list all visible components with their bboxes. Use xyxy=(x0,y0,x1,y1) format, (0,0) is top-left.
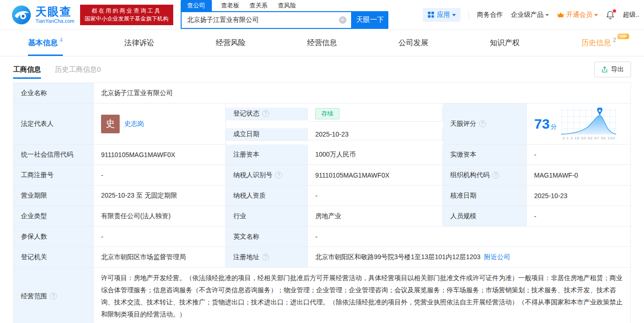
notification-dot xyxy=(613,9,616,13)
help-icon[interactable]: ? xyxy=(50,293,57,300)
label-legal-rep: 法定代表人 xyxy=(14,103,94,144)
slogan-line2: 国家中小企业发展子基金旗下机构 xyxy=(85,15,169,23)
tab-search-relation[interactable]: 查关系 xyxy=(249,1,269,11)
tab-intellectual-property[interactable]: 知识产权 xyxy=(490,30,520,56)
export-label: 导出 xyxy=(611,65,624,74)
tab-label: 公司发展 xyxy=(399,38,428,48)
nav-open-vip[interactable]: 开通会员 xyxy=(557,11,598,19)
subtab-label: 历史工商信息0 xyxy=(55,65,101,74)
tab-company-development[interactable]: 公司发展 xyxy=(399,30,428,56)
value-reg-number: - xyxy=(94,165,226,186)
tab-business-info[interactable]: 经营信息 xyxy=(307,30,337,56)
score-chart: 0 1 3 15 50 63 97 99 100 xyxy=(561,108,616,140)
tab-count: 4 xyxy=(60,37,63,43)
value-insured-count: - xyxy=(94,227,226,247)
value-taxpayer-id: 91110105MAG1MAWF0X xyxy=(308,165,443,186)
chevron-down-icon xyxy=(545,14,549,16)
label-reg-number: 工商注册号 xyxy=(14,165,94,186)
nav-enterprise-products[interactable]: 企业级产品 xyxy=(511,11,549,19)
export-icon xyxy=(601,66,608,73)
subtab-history-registration[interactable]: 历史工商信息0 xyxy=(55,56,101,82)
value-approval-date: 2025-10-23 xyxy=(527,186,631,206)
legal-rep-avatar[interactable]: 史 xyxy=(101,115,120,133)
search-box: ✕ xyxy=(181,11,352,29)
label-reg-authority: 登记机关 xyxy=(14,247,94,268)
label-taxpayer-quality: 纳税人资质 xyxy=(226,186,308,206)
tab-operating-risk[interactable]: 经营风险 xyxy=(216,30,245,56)
label-tianyan-score: 天眼评分 ? xyxy=(443,103,527,144)
tab-history-info[interactable]: 历史信息 2 VIP xyxy=(581,30,616,56)
tab-legal-litigation[interactable]: 法律诉讼 xyxy=(124,30,154,56)
logo-subtitle: TianYanCha.com xyxy=(35,18,75,24)
search-input[interactable] xyxy=(182,16,339,24)
nav-business-cooperation[interactable]: 商务合作 xyxy=(477,11,503,19)
label-english-name: 英文名称 xyxy=(226,227,308,247)
help-icon[interactable]: ? xyxy=(479,120,486,127)
tab-label: 经营风险 xyxy=(216,38,245,48)
enterprise-label: 企业级产品 xyxy=(511,11,543,19)
label-company-type: 企业类型 xyxy=(14,206,94,227)
value-english-name: - xyxy=(308,227,631,247)
value-reg-authority: 北京市朝阳区市场监督管理局 xyxy=(94,247,226,268)
top-header: 天眼查 TianYanCha.com 都在用的商业查询工具 国家中小企业发展子基… xyxy=(0,0,644,30)
label-reg-status: 登记状态 ? xyxy=(226,108,308,120)
vip-badge: VIP xyxy=(617,34,629,39)
value-business-scope: 许可项目：房地产开发经营。（依法须经批准的项目，经相关部门批准后方可开展经营活动… xyxy=(94,268,631,323)
open-vip-label: 开通会员 xyxy=(566,11,592,19)
search-button[interactable]: 天眼一下 xyxy=(352,11,388,29)
clear-icon[interactable]: ✕ xyxy=(339,16,346,24)
label-company-name: 企业名称 xyxy=(14,83,94,103)
crown-icon xyxy=(557,12,564,18)
value-taxpayer-quality: - xyxy=(308,186,443,206)
tab-search-risk[interactable]: 查风险 xyxy=(277,1,297,11)
tab-label: 经营信息 xyxy=(307,38,337,48)
tab-basic-info[interactable]: 基本信息 4 xyxy=(28,30,63,56)
tab-label: 历史信息 xyxy=(581,38,611,48)
search-tabs: 查公司 查老板 查关系 查风险 xyxy=(181,1,388,11)
score-number: 73分 xyxy=(534,116,556,132)
company-info-table: 企业名称 北京扬子江置业有限公司 法定代表人 史 史志岗 登记状态 ? 存续 成… xyxy=(13,82,631,323)
value-reg-status: 存续 xyxy=(308,106,443,122)
value-credit-code: 91110105MAG1MAWF0X xyxy=(94,144,226,165)
label-reg-address: 注册地址 ? xyxy=(226,247,308,268)
label-business-scope: 经营范围 ? xyxy=(14,268,94,323)
chevron-down-icon xyxy=(452,14,456,16)
divider xyxy=(468,11,469,19)
label-staff-size: 人员规模 xyxy=(443,206,527,227)
nearby-companies-link[interactable]: 附近公司 xyxy=(484,253,510,261)
value-establish-date: 2025-10-23 xyxy=(308,129,443,140)
help-icon[interactable]: ? xyxy=(492,172,499,179)
subtab-label: 工商信息 xyxy=(13,65,41,74)
apps-menu[interactable]: 应用 xyxy=(423,8,461,22)
active-tab-underline xyxy=(28,55,63,56)
notification-bell-icon[interactable] xyxy=(606,10,615,20)
tab-search-boss[interactable]: 查老板 xyxy=(220,1,240,11)
label-org-code: 组织机构代码 ? xyxy=(443,165,527,186)
value-business-term: 2025-10-23 至 无固定期限 xyxy=(94,186,226,206)
label-insured-count: 参保人数 xyxy=(14,227,94,247)
status-badge: 存续 xyxy=(315,108,339,119)
tab-count: 2 xyxy=(613,37,616,43)
help-icon[interactable]: ? xyxy=(262,254,269,261)
value-reg-capital: 1000万人民币 xyxy=(308,144,443,165)
apps-label: 应用 xyxy=(437,11,450,19)
value-paid-capital: - xyxy=(527,144,631,165)
logo-title: 天眼查 xyxy=(35,6,75,18)
value-company-type: 有限责任公司(法人独资) xyxy=(94,206,226,227)
legal-rep-link[interactable]: 史志岗 xyxy=(124,120,144,128)
logo[interactable]: 天眼查 TianYanCha.com xyxy=(11,5,75,25)
tab-search-company[interactable]: 查公司 xyxy=(181,0,212,11)
value-tianyan-score: 73分 0 1 3 15 50 63 xyxy=(527,103,631,144)
help-icon[interactable]: ? xyxy=(275,172,282,179)
subtab-business-registration[interactable]: 工商信息 xyxy=(13,56,41,82)
export-button[interactable]: 导出 xyxy=(594,62,631,77)
active-subtab-underline xyxy=(13,77,41,79)
tianyancha-logo-icon xyxy=(11,5,32,25)
slogan-badge: 都在用的商业查询工具 国家中小企业发展子基金旗下机构 xyxy=(80,5,173,25)
nav-super-vip[interactable]: 超级.. xyxy=(623,11,639,19)
help-icon[interactable]: ? xyxy=(262,110,269,117)
label-taxpayer-id: 纳税人识别号 ? xyxy=(226,165,308,186)
label-paid-capital: 实缴资本 xyxy=(443,144,527,165)
top-nav: 应用 商务合作 企业级产品 开通会员 超级.. xyxy=(423,8,639,22)
value-industry: 房地产业 xyxy=(308,206,443,227)
